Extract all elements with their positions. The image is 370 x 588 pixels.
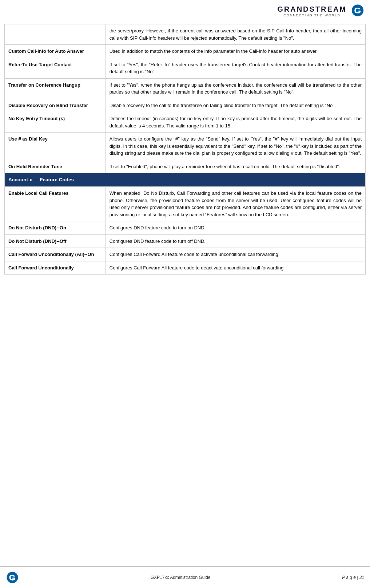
desc-cell-dnd-off: Configures DND feature code to turn off …: [106, 234, 365, 248]
logo-name: GRANDSTREAM: [277, 5, 347, 13]
table-row: Do Not Disturb (DND)--On Configures DND …: [5, 221, 366, 235]
label-cell-refer-to: Refer-To Use Target Contact: [5, 58, 106, 78]
table-row: Do Not Disturb (DND)--Off Configures DND…: [5, 234, 366, 248]
table-row: Enable Local Call Features When enabled,…: [5, 187, 366, 221]
page-footer: GXP17xx Administration Guide P a g e | 3…: [0, 566, 370, 588]
label-cell-enable-local: Enable Local Call Features: [5, 187, 106, 221]
svg-point-0: [352, 4, 363, 16]
table-row: Disable Recovery on Blind Transfer Disab…: [5, 99, 366, 112]
desc-cell-hash-dial: Allows users to configure the "#" key as…: [106, 133, 365, 160]
label-cell-cfu-all-off: Call Forward Unconditionally: [5, 261, 106, 275]
table-row: Transfer on Conference Hangup If set to …: [5, 78, 366, 99]
desc-cell-disable-recovery: Disable recovery to the call to the tran…: [106, 99, 365, 112]
label-cell-cfu-all-on: Call Forward Unconditionally (All)--On: [5, 248, 106, 261]
footer-logo-icon: [6, 571, 19, 584]
desc-cell-transfer-conference: If set to "Yes", when the phone hangs up…: [106, 78, 365, 99]
table-row: No Key Entry Timeout (s) Defines the tim…: [5, 112, 366, 133]
grandstream-logo-icon: [350, 3, 366, 19]
table-row: Custom Call-Info for Auto Answer Used in…: [5, 45, 366, 58]
main-content: the server/proxy. However, if the curren…: [0, 20, 370, 278]
footer-page-number: P a g e | 31: [342, 575, 364, 580]
desc-cell-dnd-on: Configures DND feature code to turn on D…: [106, 221, 365, 235]
label-cell-dnd-on: Do Not Disturb (DND)--On: [5, 221, 106, 235]
desc-cell-cfu-all-on: Configures Call Forward All feature code…: [106, 248, 365, 261]
label-cell-no-key-entry: No Key Entry Timeout (s): [5, 112, 106, 133]
table-row: the server/proxy. However, if the curren…: [5, 24, 366, 45]
label-cell-disable-recovery: Disable Recovery on Blind Transfer: [5, 99, 106, 112]
label-cell-transfer-conference: Transfer on Conference Hangup: [5, 78, 106, 99]
logo-tagline: CONNECTING THE WORLD: [277, 13, 347, 17]
logo-text: GRANDSTREAM CONNECTING THE WORLD: [277, 5, 347, 17]
svg-point-1: [7, 572, 18, 583]
label-cell-custom-call-info: Custom Call-Info for Auto Answer: [5, 45, 106, 58]
label-cell-hash-dial: Use # as Dial Key: [5, 133, 106, 160]
footer-logo: [6, 571, 19, 584]
table-row: On Hold Reminder Tone If set to "Enabled…: [5, 160, 366, 173]
desc-cell-intro: the server/proxy. However, if the curren…: [106, 24, 365, 45]
footer-guide-title: GXP17xx Administration Guide: [151, 575, 211, 580]
desc-cell-custom-call-info: Used in addition to match the contents o…: [106, 45, 365, 58]
label-cell-on-hold: On Hold Reminder Tone: [5, 160, 106, 173]
desc-cell-enable-local: When enabled, Do No Disturb, Call Forwar…: [106, 187, 365, 221]
desc-cell-no-key-entry: Defines the timeout (in seconds) for no …: [106, 112, 365, 133]
logo-area: GRANDSTREAM CONNECTING THE WORLD: [277, 3, 366, 19]
table-row: Use # as Dial Key Allows users to config…: [5, 133, 366, 160]
desc-cell-refer-to: If set to "Yes", the "Refer-To" header u…: [106, 58, 365, 78]
page-header: GRANDSTREAM CONNECTING THE WORLD: [0, 0, 370, 20]
desc-cell-on-hold: If set to "Enabled", phone will play a r…: [106, 160, 365, 173]
section-header-row: Account x → Feature Codes: [5, 173, 366, 187]
content-table: the server/proxy. However, if the curren…: [4, 24, 366, 275]
section-header-cell: Account x → Feature Codes: [5, 173, 366, 187]
desc-cell-cfu-all-off: Configures Call Forward All feature code…: [106, 261, 365, 275]
label-cell-dnd-off: Do Not Disturb (DND)--Off: [5, 234, 106, 248]
footer-center: GXP17xx Administration Guide: [19, 575, 342, 580]
table-row: Call Forward Unconditionally Configures …: [5, 261, 366, 275]
label-cell-intro: [5, 24, 106, 45]
table-row: Refer-To Use Target Contact If set to "Y…: [5, 58, 366, 78]
table-row: Call Forward Unconditionally (All)--On C…: [5, 248, 366, 261]
